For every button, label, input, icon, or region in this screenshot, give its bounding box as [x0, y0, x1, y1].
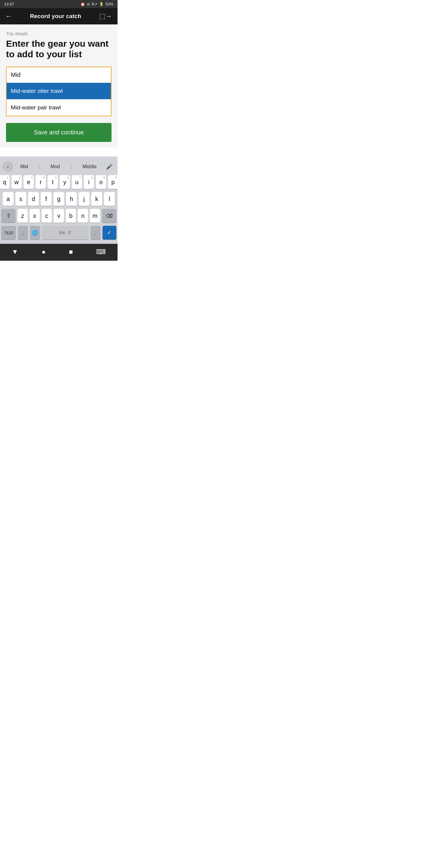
- key-w[interactable]: 2w: [11, 175, 22, 189]
- key-a[interactable]: a: [3, 192, 13, 206]
- shift-key[interactable]: ⇧: [1, 209, 16, 223]
- gear-search-input[interactable]: [7, 67, 111, 83]
- keyboard-area: › Mid Mod Middle 🎤 1q 2w 3e 4r 5t 6y 7u …: [0, 156, 118, 244]
- key-s[interactable]: s: [16, 192, 26, 206]
- dnd-icon: ⊖: [87, 2, 90, 6]
- bottom-nav: ▼ ● ■ ⌨: [0, 244, 118, 261]
- sym-key[interactable]: ?123: [1, 226, 16, 240]
- key-j[interactable]: j: [79, 192, 90, 206]
- status-time: 13:37: [4, 2, 14, 6]
- nav-home-button[interactable]: ●: [37, 247, 50, 257]
- key-c[interactable]: c: [41, 209, 52, 223]
- section-label: Trip details: [6, 31, 112, 36]
- nav-back-button[interactable]: ▼: [7, 247, 23, 257]
- signal-icon: R↗: [92, 2, 97, 6]
- key-row-3: ⇧ z x c v b n m ⌫: [1, 209, 116, 223]
- key-k[interactable]: k: [91, 192, 102, 206]
- suggestion-divider-0: [39, 164, 39, 170]
- key-row-1: 1q 2w 3e 4r 5t 6y 7u 8i 9o 0p: [1, 175, 116, 189]
- gear-input-container: Mid-water otter trawl Mid-water pair tra…: [6, 67, 112, 116]
- key-y[interactable]: 6y: [60, 175, 70, 189]
- key-r[interactable]: 4r: [36, 175, 46, 189]
- comma-key[interactable]: ,: [18, 226, 28, 240]
- key-l[interactable]: l: [104, 192, 115, 206]
- key-n[interactable]: n: [78, 209, 88, 223]
- page-title: Record your catch: [30, 13, 81, 20]
- dropdown-item-1[interactable]: Mid-water pair trawl: [7, 99, 111, 116]
- battery-percent: 52%: [105, 2, 113, 6]
- globe-key[interactable]: 🌐: [30, 226, 40, 240]
- nav-recents-button[interactable]: ■: [64, 247, 78, 257]
- status-bar: 13:37 ⏰ ⊖ R↗ 🔋 52%: [0, 0, 118, 8]
- key-i[interactable]: 8i: [84, 175, 94, 189]
- key-b[interactable]: b: [66, 209, 76, 223]
- alarm-icon: ⏰: [81, 2, 85, 6]
- battery-icon: 🔋: [99, 2, 104, 6]
- key-row-4: ?123 , 🌐 EN · IT . ✓: [1, 226, 116, 240]
- key-d[interactable]: d: [28, 192, 39, 206]
- suggestion-2[interactable]: Middle: [79, 163, 99, 170]
- key-m[interactable]: m: [90, 209, 100, 223]
- key-row-2: a s d f g h j k l: [1, 192, 116, 206]
- suggestion-1[interactable]: Mod: [48, 163, 63, 170]
- enter-key[interactable]: ✓: [102, 226, 116, 240]
- key-q[interactable]: 1q: [0, 175, 10, 189]
- key-e[interactable]: 3e: [24, 175, 34, 189]
- microphone-icon[interactable]: 🎤: [104, 162, 115, 171]
- key-f[interactable]: f: [41, 192, 52, 206]
- section-heading: Enter the gear you want to add to your l…: [6, 38, 112, 59]
- key-g[interactable]: g: [53, 192, 64, 206]
- suggestion-0[interactable]: Mid: [17, 163, 31, 170]
- back-button[interactable]: ←: [5, 12, 12, 20]
- dropdown-item-0[interactable]: Mid-water otter trawl: [7, 83, 111, 99]
- key-z[interactable]: z: [18, 209, 28, 223]
- suggestion-expand-button[interactable]: ›: [2, 161, 13, 172]
- keyboard-rows: 1q 2w 3e 4r 5t 6y 7u 8i 9o 0p a s d f g …: [0, 174, 118, 244]
- key-u[interactable]: 7u: [72, 175, 82, 189]
- main-content: Trip details Enter the gear you want to …: [0, 24, 118, 147]
- exit-icon[interactable]: ⬚→: [99, 12, 112, 20]
- key-x[interactable]: x: [30, 209, 40, 223]
- suggestions-row: › Mid Mod Middle 🎤: [0, 159, 118, 174]
- space-key[interactable]: EN · IT: [42, 226, 88, 240]
- key-t[interactable]: 5t: [48, 175, 58, 189]
- save-continue-button[interactable]: Save and continue: [6, 123, 112, 142]
- suggestion-items: Mid Mod Middle: [13, 163, 104, 170]
- key-p[interactable]: 0p: [108, 175, 118, 189]
- period-key[interactable]: .: [90, 226, 101, 240]
- key-v[interactable]: v: [54, 209, 64, 223]
- backspace-key[interactable]: ⌫: [102, 209, 116, 223]
- app-bar: ← Record your catch ⬚→: [0, 8, 118, 24]
- suggestion-divider-1: [71, 164, 71, 170]
- nav-keyboard-button[interactable]: ⌨: [91, 247, 111, 257]
- key-h[interactable]: h: [66, 192, 77, 206]
- status-icons: ⏰ ⊖ R↗ 🔋 52%: [81, 2, 113, 6]
- key-o[interactable]: 9o: [96, 175, 106, 189]
